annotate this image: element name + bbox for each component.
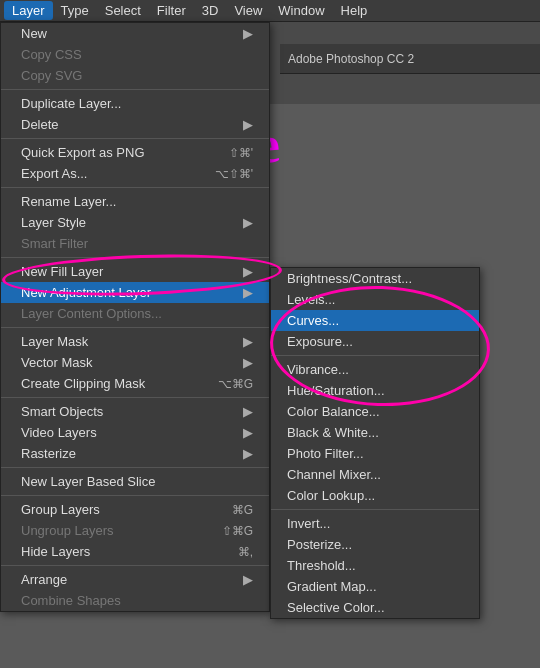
menu-item-video-layers[interactable]: Video Layers ▶	[1, 422, 269, 443]
submenu-item-channel-mixer[interactable]: Channel Mixer...	[271, 464, 479, 485]
submenu-item-curves[interactable]: Curves...	[271, 310, 479, 331]
submenu-item-color-lookup[interactable]: Color Lookup...	[271, 485, 479, 506]
separator-4	[1, 257, 269, 258]
menu-item-group-layers[interactable]: Group Layers ⌘G	[1, 499, 269, 520]
menu-view[interactable]: View	[226, 1, 270, 20]
menu-item-duplicate-layer[interactable]: Duplicate Layer...	[1, 93, 269, 114]
menu-item-new-fill-layer[interactable]: New Fill Layer ▶	[1, 261, 269, 282]
ps-title-bar: Adobe Photoshop CC 2	[280, 44, 540, 74]
menu-item-smart-filter: Smart Filter	[1, 233, 269, 254]
adj-separator-2	[271, 509, 479, 510]
separator-9	[1, 565, 269, 566]
menu-item-arrange[interactable]: Arrange ▶	[1, 569, 269, 590]
menu-item-new[interactable]: New ▶	[1, 23, 269, 44]
menu-item-rename-layer[interactable]: Rename Layer...	[1, 191, 269, 212]
submenu-item-posterize[interactable]: Posterize...	[271, 534, 479, 555]
submenu-item-invert[interactable]: Invert...	[271, 513, 479, 534]
menu-item-layer-mask[interactable]: Layer Mask ▶	[1, 331, 269, 352]
menu-filter[interactable]: Filter	[149, 1, 194, 20]
menu-item-combine-shapes: Combine Shapes	[1, 590, 269, 611]
menu-item-quick-export[interactable]: Quick Export as PNG ⇧⌘'	[1, 142, 269, 163]
separator-7	[1, 467, 269, 468]
submenu-item-exposure[interactable]: Exposure...	[271, 331, 479, 352]
menu-bar: Layer Type Select Filter 3D View Window …	[0, 0, 540, 22]
ps-title: Adobe Photoshop CC 2	[288, 52, 414, 66]
separator-2	[1, 138, 269, 139]
menu-3d[interactable]: 3D	[194, 1, 227, 20]
submenu-item-gradient-map[interactable]: Gradient Map...	[271, 576, 479, 597]
submenu-item-photo-filter[interactable]: Photo Filter...	[271, 443, 479, 464]
separator-6	[1, 397, 269, 398]
submenu-item-brightness-contrast[interactable]: Brightness/Contrast...	[271, 268, 479, 289]
submenu-item-vibrance[interactable]: Vibrance...	[271, 359, 479, 380]
menu-item-ungroup-layers: Ungroup Layers ⇧⌘G	[1, 520, 269, 541]
submenu-item-selective-color[interactable]: Selective Color...	[271, 597, 479, 618]
submenu-item-black-white[interactable]: Black & White...	[271, 422, 479, 443]
submenu-item-hue-saturation[interactable]: Hue/Saturation...	[271, 380, 479, 401]
menu-item-export-as[interactable]: Export As... ⌥⇧⌘'	[1, 163, 269, 184]
menu-item-rasterize[interactable]: Rasterize ▶	[1, 443, 269, 464]
menu-item-new-adjustment-layer[interactable]: New Adjustment Layer ▶	[1, 282, 269, 303]
menu-item-vector-mask[interactable]: Vector Mask ▶	[1, 352, 269, 373]
menu-item-copy-svg: Copy SVG	[1, 65, 269, 86]
menu-help[interactable]: Help	[333, 1, 376, 20]
menu-item-smart-objects[interactable]: Smart Objects ▶	[1, 401, 269, 422]
submenu-item-color-balance[interactable]: Color Balance...	[271, 401, 479, 422]
menu-select[interactable]: Select	[97, 1, 149, 20]
adj-separator-1	[271, 355, 479, 356]
menu-item-delete[interactable]: Delete ▶	[1, 114, 269, 135]
menu-window[interactable]: Window	[270, 1, 332, 20]
menu-item-new-layer-based-slice[interactable]: New Layer Based Slice	[1, 471, 269, 492]
menu-item-layer-style[interactable]: Layer Style ▶	[1, 212, 269, 233]
layer-dropdown-menu: New ▶ Copy CSS Copy SVG Duplicate Layer.…	[0, 22, 270, 612]
separator-1	[1, 89, 269, 90]
separator-8	[1, 495, 269, 496]
submenu-item-levels[interactable]: Levels...	[271, 289, 479, 310]
menu-item-create-clipping-mask[interactable]: Create Clipping Mask ⌥⌘G	[1, 373, 269, 394]
menu-item-hide-layers[interactable]: Hide Layers ⌘,	[1, 541, 269, 562]
adjustment-submenu: Brightness/Contrast... Levels... Curves.…	[270, 267, 480, 619]
menu-item-copy-css: Copy CSS	[1, 44, 269, 65]
separator-5	[1, 327, 269, 328]
separator-3	[1, 187, 269, 188]
menu-type[interactable]: Type	[53, 1, 97, 20]
submenu-item-threshold[interactable]: Threshold...	[271, 555, 479, 576]
menu-item-layer-content-options: Layer Content Options...	[1, 303, 269, 324]
menu-layer[interactable]: Layer	[4, 1, 53, 20]
